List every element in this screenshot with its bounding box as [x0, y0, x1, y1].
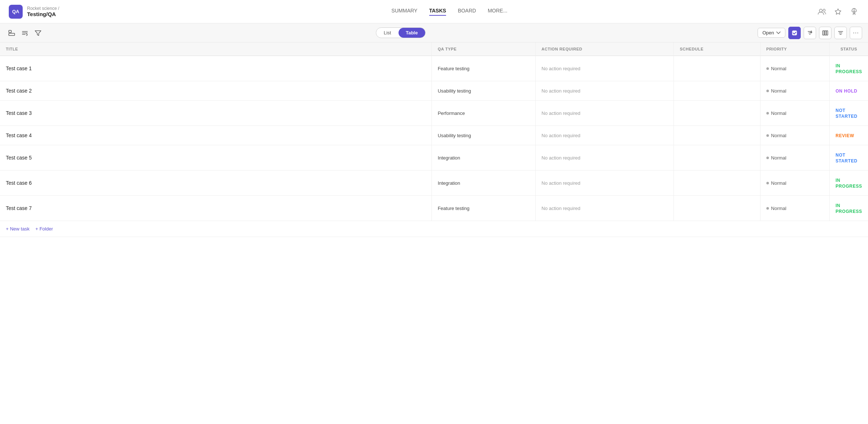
brand: QA Rocket science / Testing/QA	[9, 5, 82, 19]
pin-icon[interactable]	[849, 7, 859, 17]
filter-icon-btn[interactable]	[32, 27, 44, 39]
cell-status-1: ON HOLD	[830, 81, 868, 101]
cell-status-4: NOT STARTED	[830, 145, 868, 170]
cell-schedule-5	[674, 170, 761, 196]
nav-summary[interactable]: SUMMARY	[391, 8, 417, 16]
cell-qa-type-5: Integration	[432, 170, 536, 196]
cell-action-4: No action required	[536, 145, 674, 170]
svg-rect-9	[823, 31, 824, 35]
svg-point-0	[819, 9, 822, 12]
nav-tasks[interactable]: TASKS	[429, 8, 446, 16]
cell-action-2: No action required	[536, 101, 674, 126]
cell-title-0: Test case 1	[0, 56, 432, 81]
star-icon[interactable]	[833, 7, 843, 17]
group-icon-btn[interactable]	[19, 27, 31, 39]
cell-priority-4: Normal	[760, 145, 829, 170]
table-view-btn[interactable]: Table	[399, 28, 425, 38]
list-view-btn[interactable]: List	[376, 28, 398, 38]
svg-rect-10	[824, 31, 826, 35]
table-row[interactable]: Test case 6 Integration No action requir…	[0, 170, 868, 196]
cell-schedule-3	[674, 126, 761, 145]
tasks-table-container: TITLE QA TYPE ACTION REQUIRED SCHEDULE P…	[0, 42, 868, 237]
status-badge: IN PROGRESS	[835, 63, 862, 74]
nav-right	[817, 7, 859, 17]
advanced-filter-icon-btn[interactable]	[834, 27, 847, 39]
cell-schedule-4	[674, 145, 761, 170]
status-badge: REVIEW	[835, 133, 854, 138]
cell-priority-6: Normal	[760, 196, 829, 221]
toolbar: List Table Open	[0, 23, 868, 42]
cell-qa-type-6: Feature testing	[432, 196, 536, 221]
brand-icon: QA	[9, 5, 23, 19]
cell-priority-3: Normal	[760, 126, 829, 145]
priority-dot	[766, 157, 769, 159]
priority-dot	[766, 112, 769, 115]
priority-dot	[766, 67, 769, 70]
status-badge: NOT STARTED	[835, 108, 857, 119]
status-badge: NOT STARTED	[835, 153, 857, 164]
table-row[interactable]: Test case 4 Usability testing No action …	[0, 126, 868, 145]
cell-title-6: Test case 7	[0, 196, 432, 221]
col-qa-type: QA TYPE	[432, 42, 536, 56]
priority-dot	[766, 90, 769, 92]
cell-qa-type-4: Integration	[432, 145, 536, 170]
status-badge: ON HOLD	[835, 89, 857, 94]
priority-dot	[766, 207, 769, 210]
svg-point-1	[823, 9, 825, 11]
columns-icon-btn[interactable]	[819, 27, 831, 39]
sort-icon-btn[interactable]	[804, 27, 816, 39]
nav-more[interactable]: MORE...	[488, 8, 507, 16]
cell-qa-type-0: Feature testing	[432, 56, 536, 81]
view-toggle: List Table	[376, 27, 425, 38]
svg-rect-3	[9, 33, 15, 35]
cell-status-6: IN PROGRESS	[830, 196, 868, 221]
col-schedule: SCHEDULE	[674, 42, 761, 56]
status-badge: IN PROGRESS	[835, 203, 862, 214]
open-dropdown[interactable]: Open	[758, 28, 785, 38]
priority-dot	[766, 134, 769, 137]
cell-qa-type-1: Usability testing	[432, 81, 536, 101]
cell-title-5: Test case 6	[0, 170, 432, 196]
cell-title-4: Test case 5	[0, 145, 432, 170]
tasks-table: TITLE QA TYPE ACTION REQUIRED SCHEDULE P…	[0, 42, 868, 221]
table-row[interactable]: Test case 1 Feature testing No action re…	[0, 56, 868, 81]
brand-name: Testing/QA	[27, 11, 59, 17]
table-row[interactable]: Test case 3 Performance No action requir…	[0, 101, 868, 126]
priority-dot	[766, 182, 769, 184]
table-row[interactable]: Test case 2 Usability testing No action …	[0, 81, 868, 101]
cell-priority-2: Normal	[760, 101, 829, 126]
add-task-link[interactable]: + New task	[6, 226, 30, 232]
col-priority: PRIORITY	[760, 42, 829, 56]
cell-qa-type-2: Performance	[432, 101, 536, 126]
cell-title-2: Test case 3	[0, 101, 432, 126]
checkbox-icon-btn[interactable]	[788, 27, 801, 39]
cell-action-6: No action required	[536, 196, 674, 221]
table-header-row: TITLE QA TYPE ACTION REQUIRED SCHEDULE P…	[0, 42, 868, 56]
cell-status-2: NOT STARTED	[830, 101, 868, 126]
cell-status-5: IN PROGRESS	[830, 170, 868, 196]
col-status: STATUS	[830, 42, 868, 56]
cell-schedule-2	[674, 101, 761, 126]
col-action-required: ACTION REQUIRED	[536, 42, 674, 56]
expand-icon-btn[interactable]	[6, 27, 18, 39]
people-icon[interactable]	[817, 7, 827, 17]
cell-priority-1: Normal	[760, 81, 829, 101]
main-nav: SUMMARY TASKS BOARD MORE...	[82, 8, 817, 16]
svg-rect-11	[826, 31, 828, 35]
cell-title-1: Test case 2	[0, 81, 432, 101]
table-row[interactable]: Test case 7 Feature testing No action re…	[0, 196, 868, 221]
table-row[interactable]: Test case 5 Integration No action requir…	[0, 145, 868, 170]
cell-status-0: IN PROGRESS	[830, 56, 868, 81]
cell-qa-type-3: Usability testing	[432, 126, 536, 145]
svg-marker-7	[35, 31, 41, 35]
cell-status-3: REVIEW	[830, 126, 868, 145]
svg-rect-2	[9, 30, 11, 33]
cell-action-3: No action required	[536, 126, 674, 145]
cell-schedule-0	[674, 56, 761, 81]
more-options-btn[interactable]: ···	[850, 27, 862, 39]
cell-schedule-6	[674, 196, 761, 221]
nav-board[interactable]: BOARD	[458, 8, 476, 16]
add-folder-link[interactable]: + Folder	[35, 226, 53, 232]
cell-priority-0: Normal	[760, 56, 829, 81]
status-badge: IN PROGRESS	[835, 178, 862, 189]
